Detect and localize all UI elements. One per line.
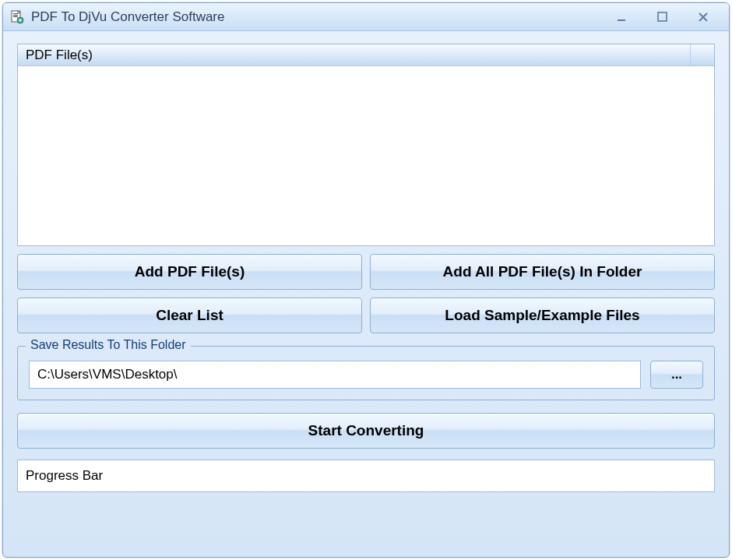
button-row-1: Add PDF File(s) Add All PDF File(s) In F… xyxy=(17,254,715,290)
minimize-button[interactable] xyxy=(611,9,634,25)
save-folder-fieldset: Save Results To This Folder ... xyxy=(17,346,715,400)
file-list: PDF File(s) xyxy=(17,44,715,246)
titlebar: PDF To DjVu Converter Software xyxy=(3,3,729,31)
save-folder-legend: Save Results To This Folder xyxy=(26,338,191,352)
browse-button[interactable]: ... xyxy=(650,361,703,389)
app-icon xyxy=(9,9,25,25)
add-all-folder-button[interactable]: Add All PDF File(s) In Folder xyxy=(370,254,715,290)
file-list-column-header[interactable]: PDF File(s) xyxy=(18,44,691,65)
svg-rect-1 xyxy=(13,13,18,14)
close-button[interactable] xyxy=(692,9,715,25)
window-controls xyxy=(611,9,715,25)
svg-rect-2 xyxy=(13,15,18,16)
button-row-2: Clear List Load Sample/Example Files xyxy=(17,298,715,333)
save-folder-row: ... xyxy=(29,361,703,389)
add-pdf-button[interactable]: Add PDF File(s) xyxy=(17,254,362,290)
load-sample-button[interactable]: Load Sample/Example Files xyxy=(370,298,715,333)
app-window: PDF To DjVu Converter Software PDF File(… xyxy=(2,2,730,558)
clear-list-button[interactable]: Clear List xyxy=(17,298,362,333)
svg-rect-6 xyxy=(658,12,667,21)
start-converting-button[interactable]: Start Converting xyxy=(17,413,715,449)
save-folder-input[interactable] xyxy=(29,361,641,389)
content-area: PDF File(s) Add PDF File(s) Add All PDF … xyxy=(3,31,729,557)
maximize-button[interactable] xyxy=(651,9,674,25)
window-title: PDF To DjVu Converter Software xyxy=(31,9,611,25)
file-list-body[interactable] xyxy=(18,66,714,245)
progress-bar-container: Progress Bar xyxy=(17,460,715,492)
svg-rect-3 xyxy=(13,16,18,17)
svg-rect-5 xyxy=(618,19,625,21)
progress-bar-label: Progress Bar xyxy=(26,468,103,484)
file-list-header[interactable]: PDF File(s) xyxy=(18,44,714,66)
